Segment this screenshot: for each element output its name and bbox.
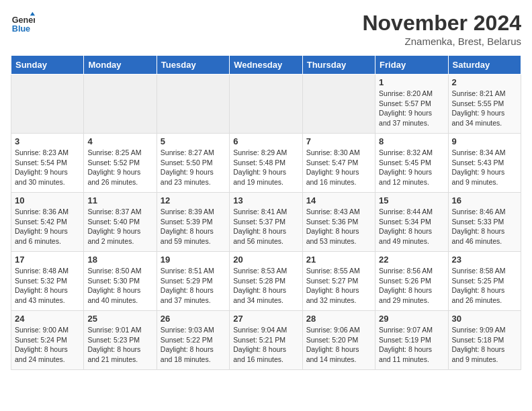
day-number: 2 bbox=[452, 77, 517, 87]
day-info: Sunrise: 8:30 AMSunset: 5:47 PMDaylight:… bbox=[306, 148, 371, 187]
day-info: Sunrise: 8:32 AMSunset: 5:45 PMDaylight:… bbox=[379, 148, 444, 187]
title-block: November 2024 Znamenka, Brest, Belarus bbox=[362, 11, 521, 47]
day-number: 19 bbox=[161, 255, 226, 265]
svg-text:Blue: Blue bbox=[12, 24, 30, 34]
day-info: Sunrise: 8:51 AMSunset: 5:29 PMDaylight:… bbox=[161, 266, 226, 306]
cell-5-5: 28 Sunrise: 9:06 AMSunset: 5:20 PMDaylig… bbox=[302, 311, 375, 370]
cell-5-2: 25 Sunrise: 9:01 AMSunset: 5:23 PMDaylig… bbox=[84, 311, 157, 370]
header-monday: Monday bbox=[84, 56, 157, 75]
day-number: 10 bbox=[15, 195, 80, 205]
location-subtitle: Znamenka, Brest, Belarus bbox=[362, 36, 521, 47]
cell-2-5: 7 Sunrise: 8:30 AMSunset: 5:47 PMDayligh… bbox=[302, 134, 375, 193]
cell-3-3: 12 Sunrise: 8:39 AMSunset: 5:39 PMDaylig… bbox=[157, 193, 229, 252]
cell-4-4: 20 Sunrise: 8:53 AMSunset: 5:28 PMDaylig… bbox=[230, 252, 302, 311]
day-info: Sunrise: 8:39 AMSunset: 5:39 PMDaylight:… bbox=[161, 207, 226, 246]
week-row-3: 10 Sunrise: 8:36 AMSunset: 5:42 PMDaylig… bbox=[11, 193, 521, 252]
day-info: Sunrise: 9:07 AMSunset: 5:19 PMDaylight:… bbox=[379, 325, 444, 365]
day-info: Sunrise: 8:43 AMSunset: 5:36 PMDaylight:… bbox=[306, 207, 371, 246]
header-friday: Friday bbox=[375, 56, 448, 75]
day-info: Sunrise: 9:01 AMSunset: 5:23 PMDaylight:… bbox=[87, 325, 152, 365]
cell-3-2: 11 Sunrise: 8:37 AMSunset: 5:40 PMDaylig… bbox=[84, 193, 157, 252]
day-number: 8 bbox=[379, 136, 444, 146]
cell-3-6: 15 Sunrise: 8:44 AMSunset: 5:34 PMDaylig… bbox=[375, 193, 448, 252]
cell-2-6: 8 Sunrise: 8:32 AMSunset: 5:45 PMDayligh… bbox=[375, 134, 448, 193]
day-info: Sunrise: 8:34 AMSunset: 5:43 PMDaylight:… bbox=[452, 148, 517, 187]
cell-1-5 bbox=[302, 75, 375, 134]
header-wednesday: Wednesday bbox=[230, 56, 302, 75]
cell-2-1: 3 Sunrise: 8:23 AMSunset: 5:54 PMDayligh… bbox=[11, 134, 84, 193]
cell-2-7: 9 Sunrise: 8:34 AMSunset: 5:43 PMDayligh… bbox=[448, 134, 521, 193]
day-number: 27 bbox=[233, 314, 298, 324]
week-row-5: 24 Sunrise: 9:00 AMSunset: 5:24 PMDaylig… bbox=[11, 311, 521, 370]
day-info: Sunrise: 9:09 AMSunset: 5:18 PMDaylight:… bbox=[452, 325, 517, 365]
day-number: 4 bbox=[87, 136, 152, 146]
cell-4-6: 22 Sunrise: 8:56 AMSunset: 5:26 PMDaylig… bbox=[375, 252, 448, 311]
cell-4-3: 19 Sunrise: 8:51 AMSunset: 5:29 PMDaylig… bbox=[157, 252, 229, 311]
day-number: 15 bbox=[379, 195, 444, 205]
day-info: Sunrise: 8:27 AMSunset: 5:50 PMDaylight:… bbox=[161, 148, 226, 187]
day-info: Sunrise: 8:36 AMSunset: 5:42 PMDaylight:… bbox=[15, 207, 80, 246]
cell-2-3: 5 Sunrise: 8:27 AMSunset: 5:50 PMDayligh… bbox=[157, 134, 229, 193]
day-info: Sunrise: 8:50 AMSunset: 5:30 PMDaylight:… bbox=[87, 266, 152, 306]
cell-1-6: 1 Sunrise: 8:20 AMSunset: 5:57 PMDayligh… bbox=[375, 75, 448, 134]
day-info: Sunrise: 8:41 AMSunset: 5:37 PMDaylight:… bbox=[233, 207, 298, 246]
month-title: November 2024 bbox=[362, 11, 521, 36]
day-number: 21 bbox=[306, 255, 371, 265]
day-number: 13 bbox=[233, 195, 298, 205]
day-number: 20 bbox=[233, 255, 298, 265]
day-number: 22 bbox=[379, 255, 444, 265]
day-number: 28 bbox=[306, 314, 371, 324]
day-info: Sunrise: 8:58 AMSunset: 5:25 PMDaylight:… bbox=[452, 266, 517, 306]
day-number: 3 bbox=[15, 136, 80, 146]
day-number: 17 bbox=[15, 255, 80, 265]
calendar-body: 1 Sunrise: 8:20 AMSunset: 5:57 PMDayligh… bbox=[11, 75, 521, 370]
calendar-table: Sunday Monday Tuesday Wednesday Thursday… bbox=[11, 55, 521, 370]
day-number: 5 bbox=[161, 136, 226, 146]
day-info: Sunrise: 8:46 AMSunset: 5:33 PMDaylight:… bbox=[452, 207, 517, 246]
day-number: 14 bbox=[306, 195, 371, 205]
cell-5-4: 27 Sunrise: 9:04 AMSunset: 5:21 PMDaylig… bbox=[230, 311, 302, 370]
page-header: General Blue November 2024 Znamenka, Bre… bbox=[11, 11, 521, 47]
day-number: 9 bbox=[452, 136, 517, 146]
cell-2-2: 4 Sunrise: 8:25 AMSunset: 5:52 PMDayligh… bbox=[84, 134, 157, 193]
day-number: 18 bbox=[87, 255, 152, 265]
day-number: 7 bbox=[306, 136, 371, 146]
day-info: Sunrise: 8:29 AMSunset: 5:48 PMDaylight:… bbox=[233, 148, 298, 187]
logo-icon: General Blue bbox=[11, 11, 35, 35]
day-info: Sunrise: 8:56 AMSunset: 5:26 PMDaylight:… bbox=[379, 266, 444, 306]
day-number: 25 bbox=[87, 314, 152, 324]
day-info: Sunrise: 8:44 AMSunset: 5:34 PMDaylight:… bbox=[379, 207, 444, 246]
header-saturday: Saturday bbox=[448, 56, 521, 75]
cell-3-1: 10 Sunrise: 8:36 AMSunset: 5:42 PMDaylig… bbox=[11, 193, 84, 252]
day-info: Sunrise: 8:23 AMSunset: 5:54 PMDaylight:… bbox=[15, 148, 80, 187]
header-tuesday: Tuesday bbox=[157, 56, 229, 75]
cell-3-7: 16 Sunrise: 8:46 AMSunset: 5:33 PMDaylig… bbox=[448, 193, 521, 252]
day-number: 23 bbox=[452, 255, 517, 265]
day-number: 24 bbox=[15, 314, 80, 324]
day-info: Sunrise: 9:04 AMSunset: 5:21 PMDaylight:… bbox=[233, 325, 298, 365]
week-row-4: 17 Sunrise: 8:48 AMSunset: 5:32 PMDaylig… bbox=[11, 252, 521, 311]
header-thursday: Thursday bbox=[302, 56, 375, 75]
day-number: 12 bbox=[161, 195, 226, 205]
cell-4-2: 18 Sunrise: 8:50 AMSunset: 5:30 PMDaylig… bbox=[84, 252, 157, 311]
day-number: 26 bbox=[161, 314, 226, 324]
day-number: 1 bbox=[379, 77, 444, 87]
cell-1-4 bbox=[230, 75, 302, 134]
day-number: 11 bbox=[87, 195, 152, 205]
cell-1-7: 2 Sunrise: 8:21 AMSunset: 5:55 PMDayligh… bbox=[448, 75, 521, 134]
header-row: Sunday Monday Tuesday Wednesday Thursday… bbox=[11, 56, 521, 75]
week-row-2: 3 Sunrise: 8:23 AMSunset: 5:54 PMDayligh… bbox=[11, 134, 521, 193]
cell-5-3: 26 Sunrise: 9:03 AMSunset: 5:22 PMDaylig… bbox=[157, 311, 229, 370]
day-info: Sunrise: 8:21 AMSunset: 5:55 PMDaylight:… bbox=[452, 89, 517, 128]
logo: General Blue bbox=[11, 11, 35, 35]
cell-5-1: 24 Sunrise: 9:00 AMSunset: 5:24 PMDaylig… bbox=[11, 311, 84, 370]
cell-3-5: 14 Sunrise: 8:43 AMSunset: 5:36 PMDaylig… bbox=[302, 193, 375, 252]
day-info: Sunrise: 8:37 AMSunset: 5:40 PMDaylight:… bbox=[87, 207, 152, 246]
day-info: Sunrise: 8:48 AMSunset: 5:32 PMDaylight:… bbox=[15, 266, 80, 306]
day-info: Sunrise: 9:06 AMSunset: 5:20 PMDaylight:… bbox=[306, 325, 371, 365]
calendar-header: Sunday Monday Tuesday Wednesday Thursday… bbox=[11, 56, 521, 75]
day-info: Sunrise: 8:53 AMSunset: 5:28 PMDaylight:… bbox=[233, 266, 298, 306]
cell-5-6: 29 Sunrise: 9:07 AMSunset: 5:19 PMDaylig… bbox=[375, 311, 448, 370]
cell-1-3 bbox=[157, 75, 229, 134]
cell-4-5: 21 Sunrise: 8:55 AMSunset: 5:27 PMDaylig… bbox=[302, 252, 375, 311]
